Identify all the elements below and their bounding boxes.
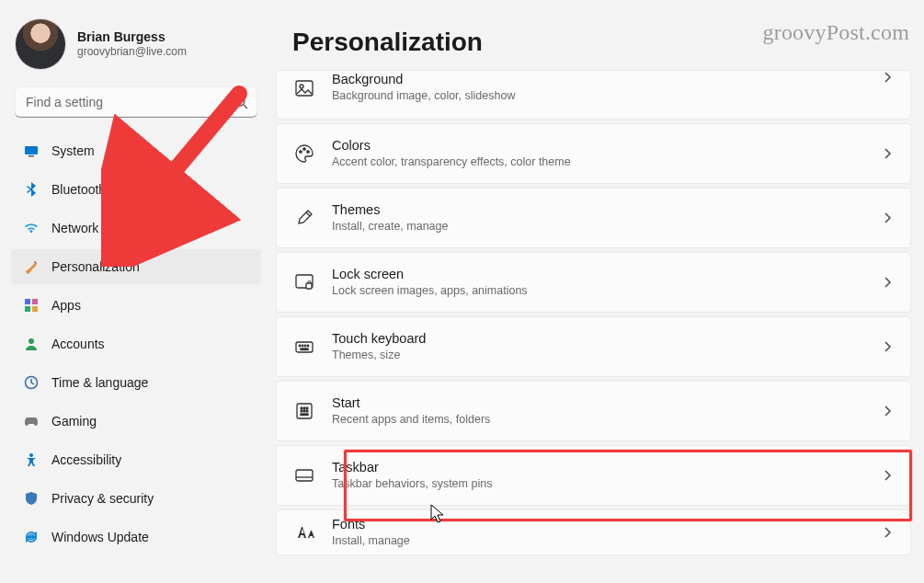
card-text: Taskbar Taskbar behaviors, system pins <box>332 459 864 491</box>
start-icon <box>293 381 315 441</box>
nav-label: Windows Update <box>51 530 149 544</box>
card-themes[interactable]: Themes Install, create, manage <box>276 188 911 248</box>
svg-rect-31 <box>301 414 308 416</box>
card-title: Taskbar <box>332 459 864 476</box>
chevron-right-icon <box>881 71 894 84</box>
nav-item-accounts[interactable]: Accounts <box>11 326 261 361</box>
nav-label: Gaming <box>51 414 97 429</box>
apps-icon <box>24 298 39 313</box>
svg-point-20 <box>302 345 303 347</box>
svg-rect-23 <box>301 349 308 350</box>
shield-icon <box>24 491 39 506</box>
user-text: Brian Burgess groovybrian@live.com <box>77 29 187 60</box>
search-input[interactable] <box>15 86 257 118</box>
svg-point-10 <box>29 453 33 457</box>
svg-rect-17 <box>306 283 312 289</box>
card-text: Lock screen Lock screen images, apps, an… <box>332 266 864 298</box>
taskbar-icon <box>293 445 315 506</box>
svg-point-25 <box>301 407 302 409</box>
card-text: Fonts Install, manage <box>332 516 864 548</box>
nav-label: Time & language <box>51 375 148 390</box>
accessibility-icon <box>24 452 39 467</box>
nav-item-time[interactable]: Time & language <box>11 365 261 400</box>
system-icon <box>24 143 39 158</box>
cards: Background Background image, color, slid… <box>268 70 915 555</box>
nav-item-system[interactable]: System <box>11 133 261 168</box>
card-title: Touch keyboard <box>332 330 864 348</box>
card-sub: Lock screen images, apps, animations <box>332 283 864 298</box>
update-icon <box>24 530 39 544</box>
sidebar: Brian Burgess groovybrian@live.com Syste… <box>0 0 268 583</box>
card-start[interactable]: Start Recent apps and items, folders <box>276 381 911 441</box>
card-sub: Accent color, transparency effects, colo… <box>332 154 864 169</box>
card-title: Background <box>332 71 864 88</box>
svg-point-22 <box>307 345 309 347</box>
card-touchkeyboard[interactable]: Touch keyboard Themes, size <box>276 316 911 377</box>
card-sub: Background image, color, slideshow <box>332 88 864 103</box>
svg-point-19 <box>299 345 301 347</box>
svg-rect-4 <box>25 299 30 304</box>
card-lockscreen[interactable]: Lock screen Lock screen images, apps, an… <box>276 252 911 313</box>
svg-rect-3 <box>29 155 34 157</box>
card-taskbar[interactable]: Taskbar Taskbar behaviors, system pins <box>276 445 911 506</box>
chevron-right-icon <box>881 405 894 417</box>
nav-item-update[interactable]: Windows Update <box>11 520 261 554</box>
nav-item-accessibility[interactable]: Accessibility <box>11 442 261 477</box>
svg-point-21 <box>304 345 306 347</box>
svg-rect-7 <box>32 306 38 312</box>
card-sub: Install, create, manage <box>332 219 864 234</box>
svg-point-15 <box>307 151 309 153</box>
svg-point-0 <box>235 97 245 106</box>
card-sub: Themes, size <box>332 348 864 362</box>
palette-icon <box>293 123 315 184</box>
gaming-icon <box>24 414 39 429</box>
svg-point-27 <box>306 407 308 409</box>
bluetooth-icon <box>24 182 39 197</box>
nav-label: Network & internet <box>51 221 157 235</box>
card-colors[interactable]: Colors Accent color, transparency effect… <box>276 123 911 184</box>
paintbrush-icon <box>24 259 39 274</box>
svg-point-12 <box>300 85 303 88</box>
chevron-right-icon <box>881 526 894 539</box>
nav-item-network[interactable]: Network & internet <box>11 211 261 246</box>
card-title: Colors <box>332 137 864 154</box>
svg-point-26 <box>303 407 305 409</box>
chevron-right-icon <box>881 340 894 353</box>
card-text: Colors Accent color, transparency effect… <box>332 137 864 169</box>
user-name: Brian Burgess <box>77 29 187 46</box>
wifi-icon <box>24 221 39 235</box>
card-text: Start Recent apps and items, folders <box>332 394 864 427</box>
search-icon <box>234 95 248 109</box>
nav: System Bluetooth & devices Network & int… <box>7 129 265 555</box>
image-icon <box>293 71 315 120</box>
card-text: Themes Install, create, manage <box>332 201 864 234</box>
lockscreen-icon <box>293 252 315 313</box>
nav-item-personalization[interactable]: Personalization <box>11 249 261 284</box>
nav-item-gaming[interactable]: Gaming <box>11 404 261 439</box>
nav-item-bluetooth[interactable]: Bluetooth & devices <box>11 172 261 207</box>
card-title: Start <box>332 394 864 412</box>
card-fonts[interactable]: Fonts Install, manage <box>276 509 911 555</box>
card-sub: Taskbar behaviors, system pins <box>332 476 864 491</box>
svg-rect-6 <box>25 306 30 312</box>
svg-point-28 <box>301 410 302 412</box>
card-background[interactable]: Background Background image, color, slid… <box>276 70 911 120</box>
nav-item-privacy[interactable]: Privacy & security <box>11 481 261 516</box>
svg-point-8 <box>29 338 34 344</box>
card-text: Touch keyboard Themes, size <box>332 330 864 362</box>
svg-rect-32 <box>296 470 313 481</box>
main: Personalization Background Background im… <box>268 0 924 583</box>
user-profile[interactable]: Brian Burgess groovybrian@live.com <box>7 13 265 83</box>
nav-label: Accounts <box>51 337 105 351</box>
nav-label: Privacy & security <box>51 491 154 506</box>
chevron-right-icon <box>881 276 894 289</box>
nav-label: Bluetooth & devices <box>51 182 165 197</box>
svg-rect-18 <box>296 342 313 352</box>
keyboard-icon <box>293 316 315 377</box>
watermark: groovyPost.com <box>763 20 909 45</box>
nav-label: Apps <box>51 298 81 313</box>
nav-item-apps[interactable]: Apps <box>11 288 261 323</box>
search-container <box>15 86 257 118</box>
card-text: Background Background image, color, slid… <box>332 71 864 103</box>
svg-line-1 <box>244 105 247 109</box>
